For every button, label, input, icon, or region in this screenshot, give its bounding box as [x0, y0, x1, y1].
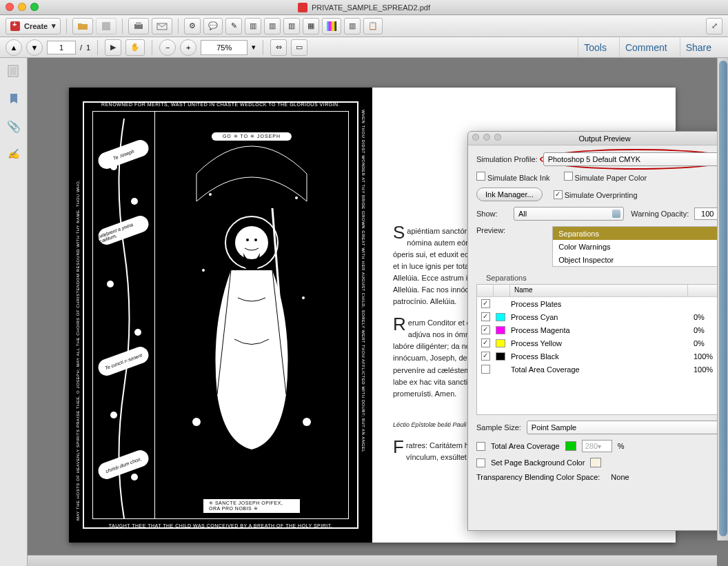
page-number-input[interactable] [47, 41, 76, 54]
saint-figure [169, 132, 334, 463]
preview-option-object-inspector[interactable]: Object Inspector [553, 253, 728, 266]
svg-point-9 [134, 329, 141, 336]
set-page-bg-checkbox[interactable] [476, 458, 485, 467]
thumbnails-tab[interactable] [6, 63, 22, 79]
fit-page-icon: ▭ [296, 43, 303, 52]
plate-checkbox[interactable] [481, 299, 490, 308]
svg-point-7 [131, 198, 138, 205]
print-button[interactable] [128, 18, 149, 34]
signatures-tab[interactable]: ✍ [6, 146, 22, 161]
plate-swatch [496, 339, 505, 347]
preview-option-separations[interactable]: Separations [553, 227, 728, 240]
save-button[interactable] [96, 18, 117, 34]
hand-tool-button[interactable]: ✋ [125, 39, 145, 56]
ink-manager-button[interactable]: Ink Manager... [476, 188, 543, 201]
page-bg-swatch[interactable] [590, 458, 601, 467]
cursor-icon: ▶ [110, 43, 116, 52]
panel-titlebar[interactable]: Output Preview [468, 132, 728, 145]
separation-row[interactable]: Total Area Coverage100% [477, 363, 728, 376]
tool-b-button[interactable]: ▥ [264, 18, 281, 34]
window-title: PRIVATE_SAMPLE_SPREAD2.pdf [298, 3, 430, 12]
tool-a-button[interactable]: ▥ [245, 18, 261, 34]
simulate-black-ink-label: Simulate Black Ink [487, 174, 549, 182]
nav-panel: 📎 ✍ [0, 58, 28, 566]
plate-checkbox[interactable] [481, 352, 490, 361]
output-preview-panel[interactable]: Output Preview Simulation Profile: Photo… [467, 131, 728, 531]
plate-name: Total Area Coverage [511, 365, 688, 374]
separation-row[interactable]: Process Yellow0% [477, 336, 728, 350]
page-down-button[interactable]: ▼ [26, 39, 43, 56]
paperclip-icon: 📎 [7, 120, 21, 133]
show-value: All [518, 210, 527, 218]
total-area-coverage-checkbox[interactable] [476, 442, 485, 451]
tool-d-button[interactable]: ▦ [303, 18, 319, 34]
tool-c-button[interactable]: ▥ [283, 18, 300, 34]
tools-link[interactable]: Tools [578, 38, 612, 57]
preview-label: Preview: [476, 226, 505, 234]
woodcut-caption: ⁜ SANCTE JOSEPH OPIFEX, ORA PRO NOBIS ⁜ [203, 499, 300, 513]
simulate-overprinting-label: Simulate Overprinting [565, 191, 638, 199]
comment-button[interactable]: 💬 [203, 18, 223, 34]
percent-label-2: % [618, 442, 625, 450]
email-button[interactable] [152, 18, 172, 34]
plate-checkbox[interactable] [481, 338, 490, 347]
highlight-button[interactable]: ✎ [225, 18, 242, 34]
svg-point-15 [254, 239, 257, 241]
plate-checkbox[interactable] [481, 365, 490, 374]
expand-button[interactable]: ⤢ [706, 18, 722, 34]
svg-point-11 [131, 474, 138, 481]
dropdown-arrow-icon[interactable]: ▾ [252, 43, 256, 52]
tac-color-swatch[interactable] [565, 441, 576, 451]
minimize-button[interactable] [18, 3, 26, 11]
open-button[interactable] [72, 18, 93, 34]
woodcut-top-text: RENOWNED FOR MERITS, WAST UNITED IN CHAS… [84, 102, 357, 107]
tac-threshold-select[interactable]: 280 ▾ [582, 440, 612, 452]
panel-minimize-button[interactable] [483, 134, 490, 141]
select-tool-button[interactable]: ▶ [105, 39, 121, 56]
share-link[interactable]: Share [680, 38, 717, 57]
sim-profile-select[interactable]: Photoshop 5 Default CMYK [543, 152, 728, 166]
svg-point-19 [209, 193, 212, 196]
simulate-paper-color-checkbox[interactable] [564, 172, 573, 181]
tool-g-button[interactable]: 📋 [363, 18, 383, 34]
separation-row[interactable]: Process Black100% [477, 350, 728, 363]
create-button[interactable]: Create ▾ [6, 18, 61, 34]
plate-checkbox[interactable] [481, 325, 490, 334]
gear-icon: ⚙ [189, 21, 196, 30]
zoom-out-button[interactable]: − [159, 39, 176, 56]
pdf-icon [298, 3, 307, 12]
preview-option-color-warnings[interactable]: Color Warnings [553, 240, 728, 253]
separations-heading: Separations [486, 274, 728, 282]
separation-row[interactable]: Process Magenta0% [477, 323, 728, 336]
transparency-label: Transparency Blending Color Space: [476, 473, 600, 481]
dropcap-2: R [393, 317, 408, 332]
zoom-select[interactable] [201, 40, 247, 55]
bookmarks-tab[interactable] [6, 91, 22, 106]
gear-button[interactable]: ⚙ [184, 18, 201, 34]
attachments-tab[interactable]: 📎 [6, 119, 22, 134]
page-up-button[interactable]: ▲ [6, 39, 22, 56]
simulate-overprinting-checkbox[interactable] [554, 190, 563, 199]
vertical-scrollbar[interactable] [717, 58, 728, 540]
fit-width-button[interactable]: ⇔ [270, 39, 287, 56]
woodcut-left-text: MAY THE HOSTS OF HEAVENLY SPIRITS PRAISE… [76, 110, 80, 520]
comment-link[interactable]: Comment [619, 38, 673, 57]
zoom-button[interactable] [30, 3, 39, 11]
separation-row[interactable]: Process Cyan0% [477, 310, 728, 323]
fit-page-button[interactable]: ▭ [291, 39, 307, 56]
tool-f-button[interactable]: ▥ [344, 18, 361, 34]
up-arrow-icon: ▲ [10, 43, 18, 52]
tool-e-button[interactable] [322, 18, 341, 34]
scrollbar-thumb[interactable] [719, 61, 727, 536]
close-button[interactable] [6, 3, 14, 11]
sample-size-value: Point Sample [532, 423, 576, 432]
panel-zoom-button[interactable] [494, 134, 501, 141]
separation-row[interactable]: Process Plates [477, 297, 728, 310]
simulate-black-ink-checkbox[interactable] [476, 172, 485, 181]
sample-size-select[interactable]: Point Sample [527, 421, 728, 434]
horizontal-scrollbar[interactable] [28, 555, 717, 566]
plate-checkbox[interactable] [481, 312, 490, 321]
zoom-in-button[interactable]: + [180, 39, 196, 56]
panel-close-button[interactable] [472, 134, 479, 141]
show-select[interactable]: All [514, 207, 624, 221]
